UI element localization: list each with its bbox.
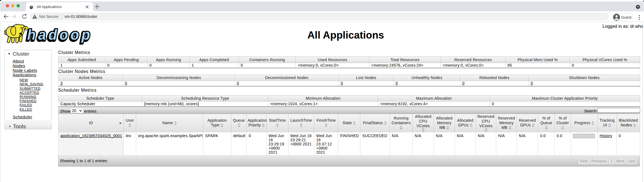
svg-text:hadoop: hadoop [27,27,93,43]
